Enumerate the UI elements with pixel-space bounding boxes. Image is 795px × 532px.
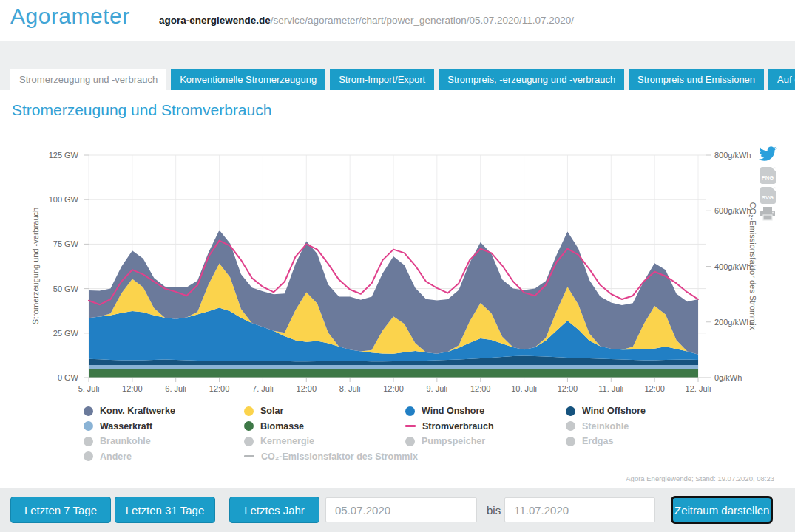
legend-column: SolarBiomasseKernenergieCO₂-Emissionsfak…	[244, 403, 418, 464]
y-left-tick-label: 25 GW	[53, 329, 79, 338]
area-series-wasserkraft[interactable]	[89, 365, 698, 369]
print-icon[interactable]	[760, 207, 776, 224]
x-tick-label: 12:00	[297, 384, 317, 393]
legend-item-stromverbrauch[interactable]: Stromverbrauch	[405, 419, 494, 434]
tab-strompreis-und-emissionen[interactable]: Strompreis und Emissionen	[629, 69, 764, 90]
png-download-label: PNG	[762, 174, 774, 181]
footer-toolbar: Letzten 7 Tage Letzten 31 Tage Letztes J…	[0, 488, 795, 532]
last-31-days-button[interactable]: Letzten 31 Tage	[115, 497, 215, 523]
legend-label: Biomasse	[260, 421, 304, 432]
legend-label: Erdgas	[582, 436, 613, 446]
x-tick-label: 12:00	[558, 384, 578, 393]
legend-item-wind-onshore[interactable]: Wind Onshore	[405, 403, 494, 419]
legend-item-kernenergie[interactable]: Kernenergie	[244, 434, 418, 449]
stromverbrauch-swatch	[405, 425, 416, 427]
legend-column: Wind OnshoreStromverbrauchPumpspeicher	[405, 403, 494, 449]
date-to-input[interactable]	[504, 497, 655, 522]
legend-item-braunkohle[interactable]: Braunkohle	[84, 434, 175, 449]
x-tick-label: 12:00	[470, 384, 491, 393]
legend-item-biomasse[interactable]: Biomasse	[244, 419, 418, 434]
legend-label: Wind Offshore	[582, 406, 646, 416]
legend-column: Wind OffshoreSteinkohleErdgas	[566, 403, 646, 449]
erdgas-swatch	[566, 437, 575, 446]
tab-konventionelle-stromerzeugung[interactable]: Konventionelle Stromerzeugung	[171, 69, 325, 90]
x-tick-label: 11. Juli	[598, 384, 623, 393]
y-right-tick-label: 600g/kWh	[714, 206, 751, 215]
date-from-input[interactable]	[325, 497, 477, 522]
kernenergie-swatch	[244, 437, 254, 446]
legend-item-solar[interactable]: Solar	[244, 403, 418, 419]
legend-item-konv-kraftwerke[interactable]: Konv. Kraftwerke	[84, 403, 175, 419]
legend-label: Wasserkraft	[100, 421, 152, 432]
y-left-tick-label: 75 GW	[53, 239, 79, 248]
x-tick-label: 12:00	[122, 384, 143, 393]
chart-legend: Konv. KraftwerkeWasserkraftBraunkohleAnd…	[0, 403, 795, 474]
co-emissionsfaktor-des-strommix-swatch	[244, 455, 254, 457]
tab-strompreis-erzeugung-und-verbrauch[interactable]: Strompreis, -erzeugung und -verbrauch	[439, 69, 624, 90]
konv-kraftwerke-swatch	[84, 406, 93, 416]
wind-offshore-swatch	[566, 406, 575, 416]
legend-item-co-emissionsfaktor-des-strommix[interactable]: CO₂-Emissionsfaktor des Strommix	[244, 449, 418, 465]
legend-column: Konv. KraftwerkeWasserkraftBraunkohleAnd…	[84, 403, 175, 464]
tab-stromerzeugung-und-verbrauch[interactable]: Stromerzeugung und -verbrauch	[10, 69, 166, 90]
legend-item-andere[interactable]: Andere	[84, 449, 175, 465]
legend-label: CO₂-Emissionsfaktor des Strommix	[261, 451, 418, 462]
legend-label: Wind Onshore	[422, 406, 484, 416]
x-tick-label: 10. Juli	[511, 384, 537, 393]
legend-label: Steinkohle	[582, 421, 629, 432]
breadcrumb-domain: agora-energiewende.de	[159, 15, 271, 26]
last-7-days-button[interactable]: Letzten 7 Tage	[10, 497, 111, 523]
wind-onshore-swatch	[405, 406, 415, 416]
header: Agorameter agora-energiewende.de/service…	[0, 0, 795, 41]
attribution-text: Agora Energiewende; Stand: 19.07.2020, 0…	[626, 474, 774, 482]
y-left-tick-label: 0 GW	[58, 373, 79, 382]
chart-panel: Stromerzeugung und Stromverbrauch 5. Jul…	[0, 90, 795, 488]
png-download-icon[interactable]: PNG	[760, 167, 776, 184]
x-tick-label: 5. Juli	[78, 384, 100, 393]
solar-swatch	[244, 406, 254, 416]
x-tick-label: 12:00	[644, 384, 665, 393]
power-generation-chart[interactable]: 5. Juli12:006. Juli12:007. Juli12:008. J…	[0, 144, 795, 406]
x-tick-label: 8. Juli	[339, 384, 361, 393]
bis-label: bis	[487, 504, 501, 516]
area-series-biomasse[interactable]	[89, 369, 698, 378]
x-tick-label: 12:00	[383, 384, 404, 393]
legend-label: Braunkohle	[100, 436, 151, 446]
legend-item-steinkohle[interactable]: Steinkohle	[566, 419, 646, 434]
wasserkraft-swatch	[84, 421, 93, 431]
steinkohle-swatch	[566, 421, 575, 431]
legend-item-wasserkraft[interactable]: Wasserkraft	[84, 419, 175, 434]
legend-label: Kernenergie	[260, 436, 314, 446]
y-right-axis-title: CO₂-Emissionsfaktor des Strommix	[748, 202, 757, 330]
legend-item-erdgas[interactable]: Erdgas	[566, 434, 646, 449]
chart-title: Stromerzeugung und Stromverbrauch	[12, 101, 271, 119]
tab-strom-import-export[interactable]: Strom-Import/Export	[330, 69, 434, 90]
svg-download-icon[interactable]: SVG	[760, 187, 776, 204]
show-period-button[interactable]: Zeitraum darstellen	[671, 496, 773, 524]
andere-swatch	[84, 451, 93, 461]
last-year-button[interactable]: Letztes Jahr	[229, 497, 319, 523]
legend-item-wind-offshore[interactable]: Wind Offshore	[566, 403, 646, 419]
tab-bar: Stromerzeugung und -verbrauchKonventione…	[0, 41, 795, 90]
legend-item-pumpspeicher[interactable]: Pumpspeicher	[405, 434, 494, 449]
agorameter-page: Agorameter agora-energiewende.de/service…	[0, 0, 795, 532]
y-right-tick-label: 0g/kWh	[714, 373, 742, 382]
legend-label: Stromverbrauch	[422, 421, 494, 432]
y-left-tick-label: 125 GW	[49, 151, 79, 160]
share-export-icons: PNG SVG	[758, 146, 777, 224]
y-left-tick-label: 100 GW	[49, 195, 79, 204]
x-tick-label: 12. Juli	[686, 384, 711, 393]
y-left-axis-title: Stromerzeugung und -verbrauch	[31, 208, 40, 324]
y-left-tick-label: 50 GW	[53, 284, 79, 293]
legend-label: Andere	[100, 451, 132, 462]
y-right-tick-label: 400g/kWh	[714, 262, 751, 271]
y-right-tick-label: 800g/kWh	[714, 151, 751, 160]
twitter-icon[interactable]	[759, 146, 777, 164]
tab-auf-einen-blick[interactable]: Auf einen Blick	[768, 69, 795, 90]
breadcrumb-path: /service/agorameter/chart/power_generati…	[271, 15, 574, 26]
x-tick-label: 9. Juli	[426, 384, 447, 393]
legend-label: Konv. Kraftwerke	[100, 406, 175, 416]
svg-download-label: SVG	[762, 194, 774, 201]
breadcrumb: agora-energiewende.de/service/agorameter…	[159, 15, 574, 26]
x-tick-label: 12:00	[209, 384, 230, 393]
